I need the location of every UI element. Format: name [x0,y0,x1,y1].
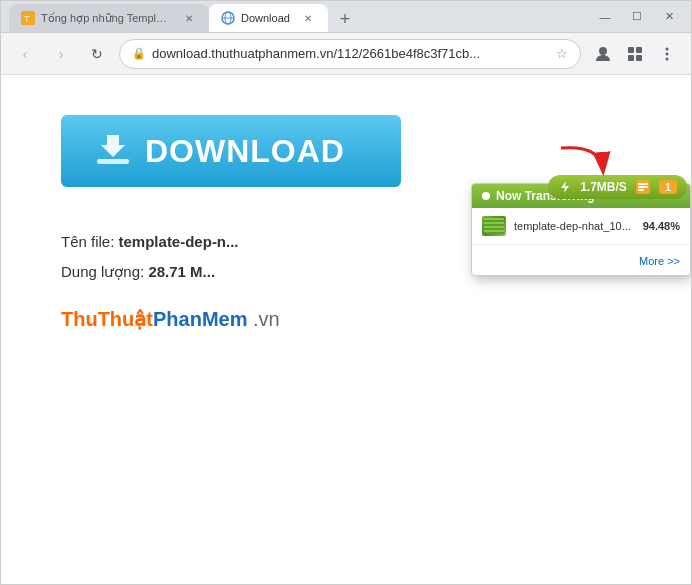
dm-more-link[interactable]: More >> [639,255,680,267]
menu-icon[interactable] [653,40,681,68]
brand-mem: Mem [202,308,248,330]
svg-text:T: T [24,14,30,24]
minimize-button[interactable]: — [591,7,619,27]
profile-icon[interactable] [589,40,617,68]
svg-rect-8 [628,55,634,61]
files-count: 1 [659,180,677,194]
url-text: download.thuthuatphanmem.vn/112/2661be4f… [152,46,550,61]
file-value: template-dep-n... [119,233,239,250]
arrow-icon [551,140,611,190]
download-button[interactable]: DOWNLOAD [61,115,401,187]
brand-phan: Phan [153,308,202,330]
browser-window: T Tổng hợp những Template Po... ✕ Downlo… [0,0,692,585]
tab1-close[interactable]: ✕ [181,10,197,26]
address-bar: ‹ › ↻ 🔒 download.thuthuatphanmem.vn/112/… [1,33,691,75]
brand-thuat: Thuật [98,308,153,330]
tab1-label: Tổng hợp những Template Po... [41,12,171,25]
svg-point-12 [666,57,669,60]
bookmark-icon[interactable]: ☆ [556,46,568,61]
tab1-favicon: T [21,11,35,25]
svg-point-10 [666,47,669,50]
new-tab-button[interactable]: + [332,6,358,32]
window-controls: — ☐ ✕ [591,7,683,27]
brand-thu: Thu [61,308,98,330]
lock-icon: 🔒 [132,47,146,60]
dm-dot [482,192,490,200]
svg-marker-14 [101,135,125,157]
svg-point-5 [599,47,607,55]
svg-rect-7 [636,47,642,53]
svg-rect-6 [628,47,634,53]
tab-1[interactable]: T Tổng hợp những Template Po... ✕ [9,4,209,32]
close-button[interactable]: ✕ [655,7,683,27]
brand-dotvn: .vn [247,308,279,330]
refresh-button[interactable]: ↻ [83,40,111,68]
svg-rect-18 [638,183,648,185]
svg-point-11 [666,52,669,55]
extensions-icon[interactable] [621,40,649,68]
svg-rect-20 [638,189,644,191]
dm-thumbnail [482,216,506,236]
tab2-favicon [221,11,235,25]
toolbar-icons [589,40,681,68]
maximize-button[interactable]: ☐ [623,7,651,27]
dm-item[interactable]: template-dep-nhat_10... 94.48% [472,208,690,245]
svg-rect-9 [636,55,642,61]
dm-item-info: template-dep-nhat_10... [514,220,635,232]
size-value: 28.71 M... [148,263,215,280]
download-label: DOWNLOAD [145,133,345,170]
tab2-label: Download [241,12,290,24]
tab2-close[interactable]: ✕ [300,10,316,26]
title-bar: T Tổng hợp những Template Po... ✕ Downlo… [1,1,691,33]
tab-2[interactable]: Download ✕ [209,4,328,32]
dm-footer: More >> [472,245,690,275]
svg-rect-19 [638,186,648,188]
url-bar[interactable]: 🔒 download.thuthuatphanmem.vn/112/2661be… [119,39,581,69]
tabs-container: T Tổng hợp những Template Po... ✕ Downlo… [9,1,591,32]
size-label: Dung lượng: [61,263,144,280]
file-label: Tên file: [61,233,114,250]
dm-filename: template-dep-nhat_10... [514,220,635,232]
arrow-overlay [551,140,611,194]
svg-rect-13 [97,159,129,164]
files-icon [635,179,651,195]
download-icon [91,129,135,173]
forward-button[interactable]: › [47,40,75,68]
brand-text: ThuThuậtPhanMem .vn [61,307,651,331]
dm-percent: 94.48% [643,220,680,232]
back-button[interactable]: ‹ [11,40,39,68]
page-content: DOWNLOAD Tên file: template-dep-n... Dun… [1,75,691,584]
